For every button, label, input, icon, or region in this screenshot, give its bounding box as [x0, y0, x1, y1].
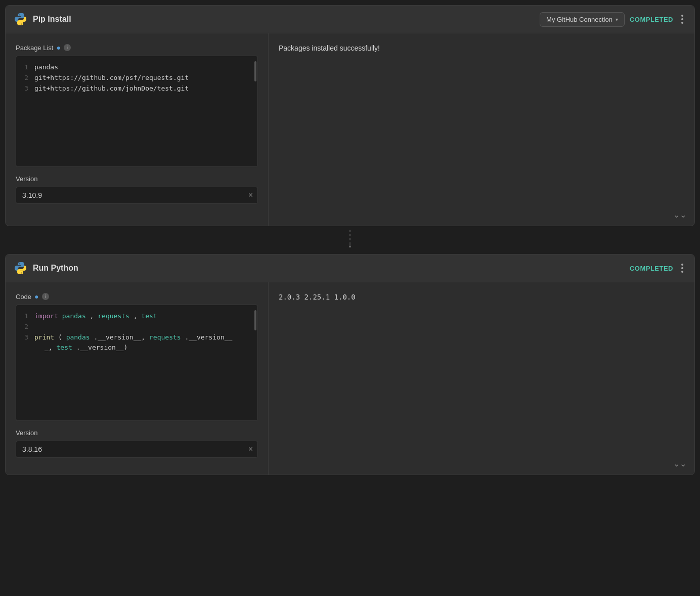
github-connection-label: My GitHub Connection: [546, 16, 613, 23]
run-python-version-label: Version: [16, 429, 37, 437]
chevron-down-icon: ▾: [616, 17, 618, 22]
pip-install-card: Pip Install My GitHub Connection ▾ COMPL…: [5, 5, 695, 226]
code-info-icon[interactable]: i: [42, 293, 49, 300]
page-container: Pip Install My GitHub Connection ▾ COMPL…: [5, 5, 695, 475]
run-python-icon: [14, 261, 28, 275]
pip-install-status: COMPLETED: [630, 16, 673, 23]
package-list-label: Package List: [16, 44, 53, 52]
github-connection-button[interactable]: My GitHub Connection ▾: [540, 12, 625, 27]
package-list-info-icon[interactable]: i: [64, 44, 71, 51]
version-clear-button[interactable]: ×: [248, 191, 253, 199]
version-input-wrapper: ×: [16, 187, 258, 204]
pip-install-body: Package List ● i 1 pandas 2 git+https://…: [6, 33, 694, 226]
package-1-text: pandas: [34, 62, 58, 73]
package-list-section: Package List ● i 1 pandas 2 git+https://…: [16, 44, 258, 167]
run-python-left-panel: Code ● i 1 import pandas ,: [6, 282, 269, 475]
connector-arrow-icon: ↓: [348, 239, 353, 250]
package-list-label-row: Package List ● i: [16, 44, 258, 52]
run-python-collapse-button[interactable]: ⌄⌄: [673, 459, 686, 469]
python-icon: [14, 12, 28, 26]
version-label-row: Version: [16, 175, 258, 183]
run-python-body: Code ● i 1 import pandas ,: [6, 282, 694, 475]
pip-install-collapse-button[interactable]: ⌄⌄: [673, 210, 686, 220]
run-python-version-clear-button[interactable]: ×: [248, 445, 253, 453]
code-label-row: Code ● i: [16, 292, 258, 301]
run-python-card: Run Python COMPLETED Code ● i: [5, 254, 695, 475]
pip-install-right-panel: Packages installed successfully! ⌄⌄: [269, 33, 694, 226]
connector-line: [349, 230, 351, 240]
pip-install-left-panel: Package List ● i 1 pandas 2 git+https://…: [6, 33, 269, 226]
run-python-output: 2.0.3 2.25.1 1.0.0: [279, 293, 356, 301]
pip-install-more-button[interactable]: [678, 12, 686, 27]
package-list-editor[interactable]: 1 pandas 2 git+https://github.com/psf/re…: [16, 56, 258, 167]
code-line-2: 2: [20, 322, 253, 332]
package-3-text: git+https://github.com/johnDoe/test.git: [34, 83, 189, 94]
code-line-continuation: _, test .__version__): [20, 343, 253, 353]
run-python-version-input-wrapper: ×: [16, 441, 258, 458]
scrollbar[interactable]: [254, 61, 256, 81]
code-line-1: 1 import pandas , requests , test: [20, 311, 253, 322]
pip-install-header: Pip Install My GitHub Connection ▾ COMPL…: [6, 6, 694, 33]
code-scrollbar[interactable]: [254, 310, 256, 330]
code-section: Code ● i 1 import pandas ,: [16, 292, 258, 421]
run-python-more-button[interactable]: [678, 261, 686, 276]
required-indicator: ●: [56, 44, 60, 52]
pip-install-output: Packages installed successfully!: [279, 44, 380, 52]
run-python-version-label-row: Version: [16, 429, 258, 437]
run-python-title: Run Python: [33, 264, 625, 273]
version-section: Version ×: [16, 175, 258, 204]
code-line-3: 3 print ( pandas .__version__, requests …: [20, 332, 253, 343]
pip-install-title: Pip Install: [33, 15, 535, 24]
run-python-version-section: Version ×: [16, 429, 258, 458]
version-input[interactable]: [16, 187, 258, 204]
run-python-header: Run Python COMPLETED: [6, 254, 694, 282]
package-line-2: 2 git+https://github.com/psf/requests.gi…: [20, 73, 253, 83]
code-required-indicator: ●: [34, 292, 38, 301]
package-line-1: 1 pandas: [20, 62, 253, 73]
connector: ↓: [5, 226, 695, 254]
package-2-text: git+https://github.com/psf/requests.git: [34, 73, 189, 83]
run-python-status: COMPLETED: [630, 265, 673, 272]
package-line-3: 3 git+https://github.com/johnDoe/test.gi…: [20, 83, 253, 94]
run-python-right-panel: 2.0.3 2.25.1 1.0.0 ⌄⌄: [269, 282, 694, 475]
code-editor[interactable]: 1 import pandas , requests , test: [16, 305, 258, 421]
code-label: Code: [16, 293, 31, 301]
run-python-version-input[interactable]: [16, 441, 258, 458]
version-label: Version: [16, 175, 37, 183]
